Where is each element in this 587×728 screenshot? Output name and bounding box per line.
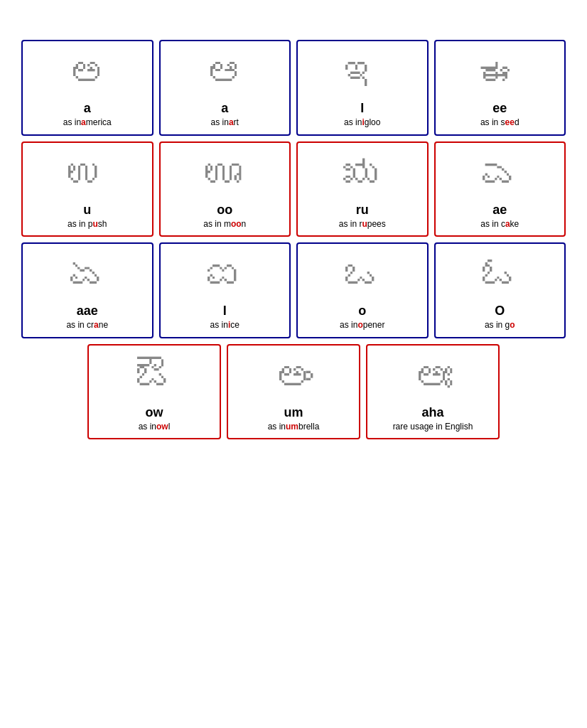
vowel-card: ಈeeas in seed [434,40,566,136]
vowel-card: ಆaas inart [159,40,291,136]
vowel-row-3: ಏaaeas in craneಐIas iniceಒoas inopenerಓO… [14,242,573,338]
phonetic-label: ae [492,203,507,218]
phonetic-description: as in seed [480,117,519,129]
vowel-card: ಅಂumas inumbrella [227,344,360,440]
phonetic-description: as in moon [203,219,246,230]
phonetic-label: um [284,405,303,420]
kannada-character: ಅಂ [232,353,355,402]
vowel-card: ಋruas in rupees [296,141,429,237]
phonetic-label: ru [356,203,369,218]
vowel-card: ಅಃaharare usage in English [366,344,500,440]
kannada-character: ಊ [165,150,286,200]
kannada-character: ಎ [440,150,561,200]
kannada-character: ಋ [302,150,423,200]
kannada-character: ಐ [165,251,286,301]
vowel-row-1: ಅaas inamericaಆaas inartಇIas iniglooಈeea… [14,40,573,136]
section-subtitle [14,24,573,40]
kannada-character: ಒ [302,251,423,301]
phonetic-description: as in cake [480,219,519,230]
phonetic-description: rare usage in English [393,422,473,433]
phonetic-description: as in push [68,219,107,230]
phonetic-description: as in go [485,320,515,331]
kannada-character: ಈ [440,48,561,98]
vowel-row-last: ಔowas inowlಅಂumas inumbrellaಅಃaharare us… [80,344,507,440]
kannada-character: ಅಃ [372,353,494,402]
kannada-character: ಆ [165,48,286,98]
phonetic-description: as inamerica [63,117,112,129]
phonetic-description: as in rupees [339,219,386,230]
vowel-card: ಏaaeas in crane [21,242,154,338]
phonetic-label: u [83,203,91,218]
kannada-character: ಓ [440,251,561,301]
kannada-character: ಉ [27,150,148,200]
phonetic-label: aha [421,405,443,420]
phonetic-label: aae [77,304,98,318]
kannada-character: ಅ [27,48,148,98]
phonetic-description: as inigloo [344,117,380,129]
page-title [14,7,573,24]
phonetic-label: ee [492,101,507,116]
phonetic-label: I [223,304,227,318]
kannada-character: ಔ [93,353,215,402]
phonetic-label: o [358,304,366,318]
phonetic-description: as inopener [340,320,384,331]
vowel-card: ಐIas inice [159,242,291,338]
kannada-character: ಇ [302,48,423,98]
phonetic-label: O [495,304,505,318]
vowel-card: ಅaas inamerica [21,40,154,136]
vowel-card: ಇIas inigloo [296,40,429,136]
vowel-card: ಔowas inowl [87,344,221,440]
vowel-card: ಊooas in moon [159,141,291,237]
phonetic-label: I [360,101,364,116]
kannada-character: ಏ [27,251,148,301]
vowel-card: ಓOas in go [434,242,566,338]
phonetic-description: as in crane [66,320,108,331]
vowel-card: ಒoas inopener [296,242,429,338]
phonetic-label: a [221,101,228,116]
phonetic-description: as inart [211,117,239,129]
phonetic-description: as inumbrella [268,422,320,433]
phonetic-label: a [84,101,91,116]
vowel-card: ಉuas in push [21,141,154,237]
phonetic-label: ow [146,405,163,420]
phonetic-description: as inowl [139,422,171,433]
vowel-row-2: ಉuas in pushಊooas in moonಋruas in rupees… [14,141,573,237]
phonetic-label: oo [217,203,232,218]
phonetic-description: as inice [210,320,239,331]
vowel-card: ಎaeas in cake [434,141,566,237]
